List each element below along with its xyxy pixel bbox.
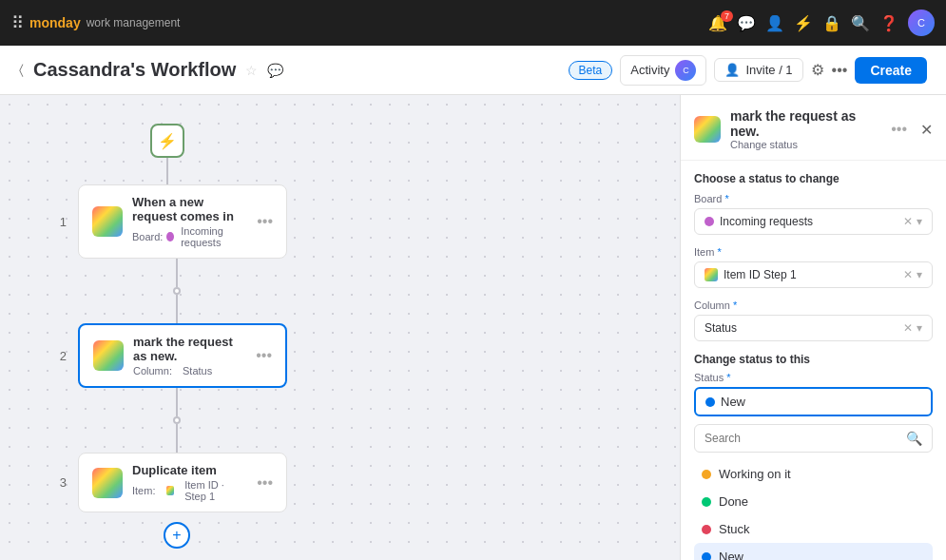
status-section: Change status to this Status * 🔍 Wo: [694, 353, 933, 560]
subheader-actions: Beta Activity C 👤 Invite / 1 ⚙ ••• Creat…: [569, 55, 927, 86]
column-clear-icon[interactable]: ✕: [903, 321, 913, 335]
invite-button[interactable]: 👤 Invite / 1: [714, 58, 802, 82]
column-field: Column * Status ✕ ▾: [694, 299, 933, 341]
change-status-label: Change status to this: [694, 353, 933, 366]
more-options-icon[interactable]: •••: [832, 62, 848, 79]
column-select-value: Status: [705, 321, 737, 335]
invite-icon[interactable]: 👤: [765, 14, 784, 32]
create-button[interactable]: Create: [855, 57, 927, 84]
panel-logo: [694, 116, 721, 143]
step-2-title: mark the request as new.: [133, 335, 246, 363]
top-navigation: ⠿ monday work management 🔔 7 💬 👤 ⚡ 🔒 🔍 ❓…: [0, 0, 946, 46]
step-1-title: When a new request comes in: [132, 195, 247, 223]
panel-header: mark the request as new. Change status •…: [681, 95, 946, 161]
step-1-card[interactable]: When a new request comes in Board: Incom…: [78, 184, 287, 259]
board-chevron-icon[interactable]: ▾: [917, 215, 922, 228]
status-input-wrap[interactable]: [694, 387, 933, 416]
panel-body: Choose a status to change Board * Incomi…: [681, 161, 946, 560]
lock-icon[interactable]: 🔒: [822, 14, 841, 32]
help-icon[interactable]: ❓: [879, 14, 898, 32]
add-step-button[interactable]: +: [164, 522, 190, 549]
item-clear-icon[interactable]: ✕: [903, 268, 913, 281]
step-3-more-icon[interactable]: •••: [257, 474, 273, 492]
right-panel: mark the request as new. Change status •…: [680, 95, 946, 560]
connector-1: [166, 156, 168, 184]
workflow-chat-icon[interactable]: 💬: [267, 63, 283, 78]
panel-title-area: mark the request as new. Change status: [730, 108, 881, 150]
status-blue-dot: [705, 397, 715, 407]
item-select-icons: ✕ ▾: [903, 268, 922, 281]
board-color-dot: [705, 217, 714, 226]
search-icon[interactable]: 🔍: [851, 14, 870, 32]
panel-title: mark the request as new.: [730, 108, 881, 139]
board-select-icons: ✕ ▾: [903, 215, 922, 228]
step-2-number: 2: [48, 349, 67, 363]
notification-badge: 7: [721, 10, 733, 23]
status-text-input[interactable]: [721, 395, 921, 409]
step-2-more-icon[interactable]: •••: [256, 347, 272, 364]
panel-more-icon[interactable]: •••: [891, 121, 907, 138]
step-1-more-icon[interactable]: •••: [257, 213, 273, 230]
status-option-working[interactable]: Working on it: [694, 460, 933, 488]
beta-badge: Beta: [569, 61, 613, 80]
step-3-number: 3: [48, 475, 67, 490]
board-clear-icon[interactable]: ✕: [903, 215, 913, 228]
status-dot-red: [702, 525, 711, 534]
column-label: Column *: [694, 299, 933, 311]
step-3-content: Duplicate item Item: Item ID · Step 1: [132, 463, 247, 502]
status-label-stuck: Stuck: [719, 522, 750, 536]
connector-line-3: [176, 424, 178, 453]
item-field: Item * Item ID Step 1 ✕ ▾: [694, 246, 933, 288]
notifications-icon[interactable]: 🔔 7: [708, 14, 727, 32]
column-chevron-icon[interactable]: ▾: [917, 321, 922, 335]
panel-subtitle: Change status: [730, 139, 881, 150]
apps-icon[interactable]: ⚡: [794, 14, 813, 32]
collapse-sidebar-button[interactable]: 〈: [19, 62, 24, 78]
status-dot-green: [702, 497, 711, 507]
connector-dot-1: [173, 287, 181, 295]
step-3-wrapper: 3 Duplicate item Item: Item ID · Step 1 …: [48, 453, 287, 512]
grid-icon[interactable]: ⠿: [11, 12, 24, 33]
status-label-new: New: [719, 550, 743, 560]
status-search-input[interactable]: [705, 432, 900, 445]
person-icon: 👤: [724, 63, 740, 77]
avatar[interactable]: C: [908, 10, 935, 36]
status-option-new[interactable]: New: [694, 543, 933, 560]
activity-button[interactable]: Activity C: [620, 55, 706, 86]
step-3-card[interactable]: Duplicate item Item: Item ID · Step 1 ••…: [78, 453, 287, 512]
main-area: ⚡ 1 When a new request comes in Board: I…: [0, 95, 946, 560]
star-icon[interactable]: ☆: [245, 63, 258, 78]
status-dot-orange: [702, 470, 711, 479]
search-icon: 🔍: [906, 431, 922, 446]
board-select[interactable]: Incoming requests ✕ ▾: [694, 208, 933, 235]
status-option-stuck[interactable]: Stuck: [694, 515, 933, 543]
board-label: Board *: [694, 193, 933, 204]
item-mini-logo: [166, 486, 175, 495]
board-dot-icon: [166, 232, 174, 241]
settings-icon[interactable]: ⚙: [811, 61, 824, 79]
status-options-list: Working on it Done Stuck New: [694, 460, 933, 560]
step-2-wrapper: 2 mark the request as new. Column: Statu…: [48, 323, 287, 388]
item-select[interactable]: Item ID Step 1 ✕ ▾: [694, 261, 933, 288]
connector-dot-line-1: [176, 259, 178, 287]
activity-avatar: C: [675, 60, 696, 81]
item-chevron-icon[interactable]: ▾: [917, 268, 922, 281]
board-field: Board * Incoming requests ✕ ▾: [694, 193, 933, 235]
status-option-done[interactable]: Done: [694, 488, 933, 515]
status-sublabel: Status *: [694, 372, 933, 383]
workflow-title: Cassandra's Workflow: [33, 59, 236, 81]
bolt-icon: ⚡: [158, 132, 177, 150]
panel-close-icon[interactable]: ✕: [920, 121, 933, 139]
step-2-card[interactable]: mark the request as new. Column: Status …: [78, 323, 287, 388]
column-select[interactable]: Status ✕ ▾: [694, 315, 933, 341]
step-1-wrapper: 1 When a new request comes in Board: Inc…: [48, 184, 287, 259]
invite-label: Invite / 1: [745, 63, 792, 77]
connector-dot-2: [173, 416, 181, 424]
logo-area: ⠿ monday work management: [11, 12, 180, 33]
app-subtitle: work management: [87, 16, 181, 29]
item-label: Item *: [694, 246, 933, 258]
chat-icon[interactable]: 💬: [737, 14, 756, 32]
step-1-number: 1: [48, 215, 67, 229]
connector-line-2: [176, 295, 178, 323]
workflow-canvas[interactable]: ⚡ 1 When a new request comes in Board: I…: [0, 95, 680, 560]
